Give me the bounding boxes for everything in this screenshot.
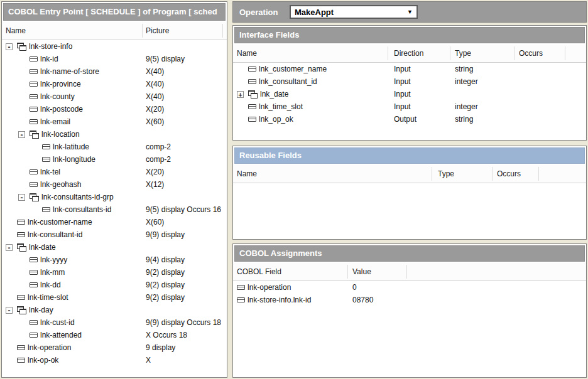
field-picture: X(20) xyxy=(146,168,164,176)
interface-field-row[interactable]: lnk_time_slotInputinteger xyxy=(233,100,586,113)
tree-row[interactable]: lnk-op-okX xyxy=(2,354,227,366)
expander-slot: - xyxy=(18,131,30,138)
collapse-expander-icon[interactable]: - xyxy=(18,131,25,138)
field-name: lnk_time_slot xyxy=(259,102,303,111)
operation-dropdown[interactable]: MakeAppt ▼ xyxy=(290,5,418,19)
column-header-picture: Picture xyxy=(146,26,169,35)
element-item-icon xyxy=(237,285,245,290)
expander-slot: + xyxy=(237,91,248,98)
tree-row[interactable]: -lnk-store-info xyxy=(2,40,227,53)
tree-row[interactable]: lnk-cust-id9(9) display Occurs 18 xyxy=(2,316,227,329)
tree-row[interactable]: lnk-latitudecomp-2 xyxy=(2,141,227,153)
tree-row[interactable]: lnk-longitudecomp-2 xyxy=(2,153,227,166)
element-item-icon xyxy=(248,79,256,84)
column-header-name: Name xyxy=(237,169,257,178)
interface-field-row[interactable]: lnk_op_okOutputstring xyxy=(233,113,586,125)
tree-row[interactable]: -lnk-location xyxy=(2,128,227,141)
collapse-expander-icon[interactable]: - xyxy=(6,43,13,50)
field-picture: 9(9) display Occurs 18 xyxy=(146,318,221,327)
tree-row[interactable]: lnk-time-slot9(2) display xyxy=(2,291,227,304)
interface-field-row[interactable]: lnk_consultant_idInputinteger xyxy=(233,75,586,88)
column-separator xyxy=(565,46,565,60)
expander-slot: - xyxy=(18,194,30,201)
reusable-fields-header: Reusable Fields xyxy=(234,147,585,164)
field-picture: 9(5) display Occurs 16 xyxy=(146,205,221,214)
tree-row[interactable]: lnk-consultants-id9(5) display Occurs 16 xyxy=(2,203,227,216)
field-picture: X(12) xyxy=(146,180,164,189)
field-picture: X Occurs 18 xyxy=(146,331,187,339)
field-direction: Input xyxy=(394,102,411,111)
tree-row[interactable]: lnk-postcodeX(20) xyxy=(2,103,227,115)
element-item-icon xyxy=(17,295,25,300)
assignment-row[interactable]: lnk-operation0 xyxy=(233,281,586,294)
element-item-icon xyxy=(248,117,256,122)
entry-point-table-header: Name Picture xyxy=(2,22,227,40)
element-item-icon xyxy=(17,220,25,225)
field-picture: X(40) xyxy=(146,92,164,101)
tree-row[interactable]: lnk-name-of-storeX(40) xyxy=(2,65,227,78)
tree-row[interactable]: lnk-emailX(60) xyxy=(2,115,227,128)
tree-row[interactable]: lnk-countyX(40) xyxy=(2,90,227,103)
tree-row[interactable]: lnk-geohashX(12) xyxy=(2,178,227,191)
cobol-assignments-table: lnk-operation0lnk-store-info.lnk-id08780 xyxy=(233,281,586,306)
tree-row[interactable]: lnk-attendedX Occurs 18 xyxy=(2,329,227,341)
tree-row[interactable]: lnk-customer-nameX(60) xyxy=(2,216,227,228)
field-name: lnk-dd xyxy=(40,280,61,289)
field-name: lnk-mm xyxy=(40,268,65,277)
group-item-icon xyxy=(17,243,27,252)
tree-row[interactable]: -lnk-date xyxy=(2,241,227,254)
entry-point-panel: COBOL Entry Point [ SCHEDULE ] of Progra… xyxy=(1,1,227,378)
tree-row[interactable]: lnk-dd9(2) display xyxy=(2,279,227,291)
element-item-icon xyxy=(42,157,50,162)
element-item-icon xyxy=(237,297,245,302)
element-item-icon xyxy=(30,320,38,325)
dropdown-arrow-icon[interactable]: ▼ xyxy=(407,9,413,15)
column-separator xyxy=(450,46,450,60)
element-item-icon xyxy=(30,119,38,124)
element-item-icon xyxy=(30,94,38,99)
interface-fields-table: lnk_customer_nameInputstringlnk_consulta… xyxy=(233,63,586,125)
group-item-icon xyxy=(30,131,40,139)
field-picture: X(40) xyxy=(146,80,164,88)
tree-row[interactable]: lnk-consultant-id9(9) display xyxy=(2,228,227,241)
field-picture: X(60) xyxy=(146,117,164,126)
element-item-icon xyxy=(30,82,38,87)
assignment-row[interactable]: lnk-store-info.lnk-id08780 xyxy=(233,294,586,306)
group-item-icon xyxy=(248,90,258,99)
element-item-icon xyxy=(30,270,38,275)
tree-row[interactable]: lnk-mm9(2) display xyxy=(2,266,227,279)
assignment-value: 08780 xyxy=(352,296,373,304)
column-header-occurs: Occurs xyxy=(497,169,521,178)
tree-row[interactable]: lnk-yyyy9(4) display xyxy=(2,254,227,266)
element-item-icon xyxy=(30,182,38,187)
expand-expander-icon[interactable]: + xyxy=(237,91,244,98)
element-item-icon xyxy=(17,345,25,350)
field-name: lnk-attended xyxy=(40,331,82,339)
field-name: lnk-email xyxy=(40,117,70,126)
element-item-icon xyxy=(248,67,256,72)
tree-row[interactable]: lnk-operation9 display xyxy=(2,341,227,354)
field-name: lnk_op_ok xyxy=(259,115,293,124)
element-item-icon xyxy=(42,207,50,212)
tree-row[interactable]: lnk-id9(5) display xyxy=(2,53,227,65)
tree-row[interactable]: -lnk-day xyxy=(2,304,227,316)
tree-row[interactable]: lnk-provinceX(40) xyxy=(2,78,227,90)
interface-field-row[interactable]: +lnk_dateInput xyxy=(233,88,586,100)
field-name: lnk-time-slot xyxy=(28,293,68,302)
column-separator xyxy=(432,167,432,181)
field-type: integer xyxy=(455,77,478,86)
collapse-expander-icon[interactable]: - xyxy=(6,307,13,314)
field-name: lnk-tel xyxy=(40,168,60,176)
collapse-expander-icon[interactable]: - xyxy=(6,244,13,251)
field-picture: comp-2 xyxy=(146,142,171,151)
element-item-icon xyxy=(248,104,256,109)
interface-fields-group: Interface Fields Name Direction Type Occ… xyxy=(232,25,587,141)
tree-row[interactable]: lnk-telX(20) xyxy=(2,166,227,178)
column-header-direction: Direction xyxy=(394,49,423,58)
collapse-expander-icon[interactable]: - xyxy=(18,194,25,201)
interface-field-row[interactable]: lnk_customer_nameInputstring xyxy=(233,63,586,75)
field-name: lnk_date xyxy=(260,90,288,99)
field-name: lnk-longitude xyxy=(53,155,95,164)
tree-row[interactable]: -lnk-consultants-id-grp xyxy=(2,191,227,203)
field-picture: comp-2 xyxy=(146,155,171,164)
